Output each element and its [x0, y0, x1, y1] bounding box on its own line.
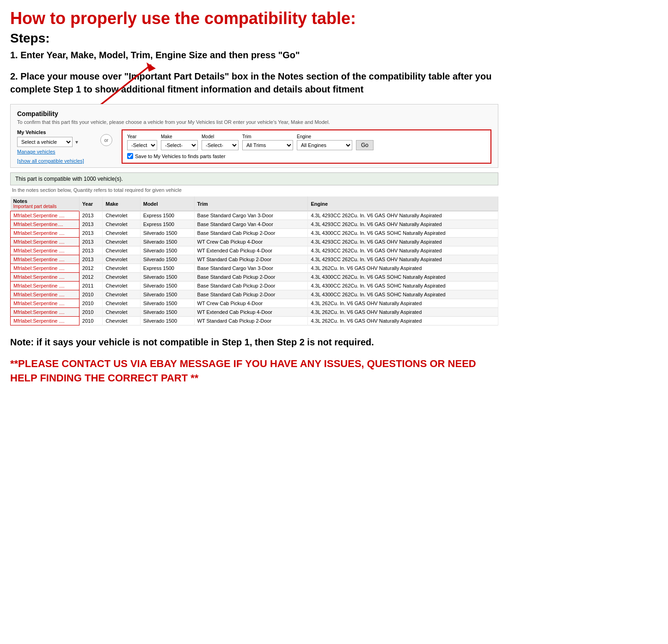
year-select[interactable]: -Select- [127, 140, 157, 150]
trim-cell: Base Standard Cargo Van 3-Door [194, 264, 308, 273]
my-vehicles-section: My Vehicles Select a vehicle ▼ Manage ve… [17, 129, 91, 164]
notes-cell: Mfrlabel:Serpentine .... [11, 282, 80, 290]
go-button[interactable]: Go [356, 140, 374, 150]
contact-text: **PLEASE CONTACT US VIA EBAY MESSAGE IF … [10, 357, 498, 386]
engine-cell: 4.3L 4293CC 262Cu. In. V6 GAS OHV Natura… [308, 211, 498, 220]
manage-vehicles-link[interactable]: Manage vehicles [17, 149, 91, 154]
trim-cell: WT Crew Cab Pickup 4-Door [194, 299, 308, 308]
trim-cell: Base Standard Cab Pickup 2-Door [194, 282, 308, 290]
year-cell: 2012 [79, 264, 103, 273]
table-row: Mfrlabel:Serpentine ....2010ChevroletSil… [11, 299, 498, 308]
notes-cell: Mfrlabel:Serpentine.... [11, 220, 80, 229]
make-select[interactable]: -Select- [161, 140, 198, 150]
note-section: Note: if it says your vehicle is not com… [10, 336, 498, 349]
notes-cell: Mfrlabel:Serpentine .... [11, 299, 80, 308]
year-cell: 2010 [79, 290, 103, 299]
notes-cell: Mfrlabel:Serpentine .... [11, 308, 80, 317]
notes-cell: Mfrlabel:Serpentine .... [11, 246, 80, 255]
compatibility-section: Compatibility To confirm that this part … [10, 104, 498, 325]
model-cell: Silverado 1500 [140, 273, 194, 282]
note-paragraph: Note: if it says your vehicle is not com… [10, 336, 498, 349]
make-cell: Chevrolet [103, 308, 140, 317]
important-part-details-label: Important part details [13, 204, 76, 209]
notes-cell: Mfrlabel:Serpentine .... [11, 264, 80, 273]
engine-header-cell: Engine [308, 196, 498, 211]
year-cell: 2010 [79, 299, 103, 308]
step2-text: 2. Place your mouse over "Important Part… [10, 70, 498, 96]
make-cell: Chevrolet [103, 290, 140, 299]
trim-header-cell: Trim [194, 196, 308, 211]
make-cell: Chevrolet [103, 255, 140, 264]
trim-field: Trim All Trims [242, 134, 293, 150]
make-field: Make -Select- [161, 134, 198, 150]
engine-cell: 4.3L 4293CC 262Cu. In. V6 GAS OHV Natura… [308, 255, 498, 264]
year-cell: 2010 [79, 317, 103, 325]
notes-cell: Mfrlabel:Serpentine .... [11, 229, 80, 238]
trim-cell: WT Standard Cab Pickup 2-Door [194, 317, 308, 325]
table-row: Mfrlabel:Serpentine ....2010ChevroletSil… [11, 308, 498, 317]
year-header-cell: Year [79, 196, 103, 211]
table-row: Mfrlabel:Serpentine ....2013ChevroletSil… [11, 246, 498, 255]
table-row: Mfrlabel:Serpentine ....2013ChevroletSil… [11, 229, 498, 238]
model-cell: Express 1500 [140, 264, 194, 273]
table-row: Mfrlabel:Serpentine ....2010ChevroletSil… [11, 317, 498, 325]
engine-cell: 4.3L 262Cu. In. V6 GAS OHV Naturally Asp… [308, 299, 498, 308]
make-cell: Chevrolet [103, 282, 140, 290]
year-cell: 2011 [79, 282, 103, 290]
engine-cell: 4.3L 4300CC 262Cu. In. V6 GAS SOHC Natur… [308, 273, 498, 282]
make-cell: Chevrolet [103, 211, 140, 220]
step1-text: 1. Enter Year, Make, Model, Trim, Engine… [10, 49, 498, 61]
engine-cell: 4.3L 4293CC 262Cu. In. V6 GAS OHV Natura… [308, 220, 498, 229]
year-cell: 2010 [79, 308, 103, 317]
make-cell: Chevrolet [103, 229, 140, 238]
compat-count-bar: This part is compatible with 1000 vehicl… [10, 172, 498, 185]
table-row: Mfrlabel:Serpentine ....2010ChevroletSil… [11, 290, 498, 299]
year-make-model-form: Year -Select- Make -Select- Model [122, 129, 491, 164]
notes-col-label: Notes [13, 198, 76, 204]
trim-cell: WT Extended Cab Pickup 4-Door [194, 308, 308, 317]
table-row: Mfrlabel:Serpentine ....2012ChevroletSil… [11, 273, 498, 282]
model-cell: Silverado 1500 [140, 317, 194, 325]
model-cell: Silverado 1500 [140, 246, 194, 255]
make-cell: Chevrolet [103, 264, 140, 273]
trim-cell: WT Extended Cab Pickup 4-Door [194, 246, 308, 255]
save-vehicles-label: Save to My Vehicles to finds parts faste… [135, 153, 226, 159]
trim-cell: Base Standard Cab Pickup 2-Door [194, 273, 308, 282]
contact-section: **PLEASE CONTACT US VIA EBAY MESSAGE IF … [10, 357, 498, 386]
make-cell: Chevrolet [103, 317, 140, 325]
model-cell: Silverado 1500 [140, 229, 194, 238]
table-row: Mfrlabel:Serpentine ....2013ChevroletExp… [11, 211, 498, 220]
dropdown-arrow-icon: ▼ [74, 140, 79, 145]
model-select[interactable]: -Select- [202, 140, 239, 150]
table-row: Mfrlabel:Serpentine ....2013ChevroletSil… [11, 238, 498, 246]
notes-cell: Mfrlabel:Serpentine .... [11, 273, 80, 282]
engine-cell: 4.3L 4300CC 262Cu. In. V6 GAS SOHC Natur… [308, 229, 498, 238]
model-cell: Silverado 1500 [140, 238, 194, 246]
engine-cell: 4.3L 4300CC 262Cu. In. V6 GAS SOHC Natur… [308, 282, 498, 290]
trim-cell: WT Crew Cab Pickup 4-Door [194, 238, 308, 246]
compat-title: Compatibility [17, 110, 491, 117]
table-row: Mfrlabel:Serpentine ....2013ChevroletSil… [11, 255, 498, 264]
engine-select[interactable]: All Engines [297, 140, 352, 150]
compatibility-table: Notes Important part details Year Make M… [10, 196, 498, 325]
compat-subtitle: To confirm that this part fits your vehi… [17, 119, 491, 125]
year-cell: 2013 [79, 255, 103, 264]
trim-cell: Base Standard Cab Pickup 2-Door [194, 229, 308, 238]
vehicle-select[interactable]: Select a vehicle [17, 137, 73, 147]
compat-note: In the notes section below, Quantity ref… [10, 187, 498, 193]
year-field: Year -Select- [127, 134, 157, 150]
model-cell: Silverado 1500 [140, 308, 194, 317]
model-field: Model -Select- [202, 134, 239, 150]
trim-select[interactable]: All Trims [242, 140, 293, 150]
year-cell: 2012 [79, 273, 103, 282]
compatibility-widget: Compatibility To confirm that this part … [10, 104, 498, 168]
make-cell: Chevrolet [103, 220, 140, 229]
year-cell: 2013 [79, 246, 103, 255]
notes-cell: Mfrlabel:Serpentine .... [11, 255, 80, 264]
model-header-cell: Model [140, 196, 194, 211]
notes-cell: Mfrlabel:Serpentine .... [11, 290, 80, 299]
engine-cell: 4.3L 4300CC 262Cu. In. V6 GAS SOHC Natur… [308, 290, 498, 299]
trim-label: Trim [242, 134, 293, 139]
save-vehicles-checkbox[interactable] [127, 153, 133, 159]
show-all-compatible-link[interactable]: [show all compatible vehicles] [17, 158, 91, 164]
